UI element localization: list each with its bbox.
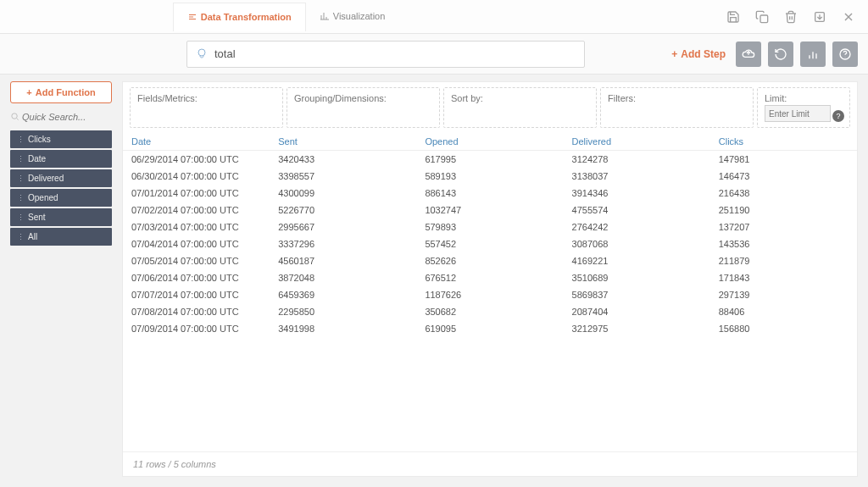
svg-point-4 [198, 49, 205, 56]
cell-opened: 1032747 [416, 202, 563, 219]
col-header-opened[interactable]: Opened [416, 133, 563, 151]
cell-opened: 886143 [416, 185, 563, 202]
drop-zones: Fields/Metrics: Grouping/Dimensions: Sor… [123, 82, 857, 133]
table-header-row: DateSentOpenedDeliveredClicks [123, 133, 857, 151]
metric-clicks[interactable]: ⋮Clicks [10, 130, 112, 148]
cell-opened: 350682 [416, 303, 563, 320]
metric-delivered[interactable]: ⋮Delivered [10, 169, 112, 187]
table-row[interactable]: 07/04/2014 07:00:00 UTC33372965574523087… [123, 235, 857, 252]
trash-icon[interactable] [782, 8, 800, 26]
table-row[interactable]: 07/07/2014 07:00:00 UTC64593691187626586… [123, 286, 857, 303]
cell-opened: 852626 [416, 252, 563, 269]
cell-date: 07/09/2014 07:00:00 UTC [123, 320, 270, 337]
tab-visualization[interactable]: Visualization [306, 3, 399, 31]
cell-sent: 3872048 [270, 269, 416, 286]
table-body: 06/29/2014 07:00:00 UTC34204336179953124… [123, 151, 857, 338]
save-icon[interactable] [724, 8, 743, 26]
cell-opened: 617995 [416, 151, 563, 169]
zone-limit: Limit: ? [757, 87, 850, 128]
col-header-date[interactable]: Date [123, 133, 270, 151]
cell-sent: 5226770 [270, 202, 416, 219]
cell-delivered: 3124278 [564, 151, 710, 169]
drag-handle-icon: ⋮ [17, 155, 25, 163]
analytics-button[interactable] [800, 42, 826, 67]
metric-list: ⋮Clicks⋮Date⋮Delivered⋮Opened⋮Sent⋮All [10, 130, 112, 246]
add-function-button[interactable]: + Add Function [10, 81, 112, 103]
limit-input[interactable] [765, 105, 831, 122]
step-search-box[interactable] [186, 41, 585, 68]
add-step-label: Add Step [681, 48, 726, 60]
cell-clicks: 146473 [710, 168, 857, 185]
close-icon[interactable] [839, 8, 858, 26]
cell-delivered: 2764242 [564, 219, 710, 235]
copy-icon[interactable] [753, 8, 771, 26]
quick-search-wrap [10, 108, 112, 125]
cell-date: 07/04/2014 07:00:00 UTC [123, 235, 270, 252]
cell-clicks: 88406 [710, 303, 857, 320]
step-row: + Add Step [0, 34, 868, 75]
help-button[interactable] [832, 42, 858, 67]
quick-search-input[interactable] [10, 108, 112, 125]
export-icon[interactable] [810, 8, 829, 26]
metric-label: All [28, 232, 37, 241]
chart-icon [320, 11, 330, 21]
table-row[interactable]: 06/29/2014 07:00:00 UTC34204336179953124… [123, 151, 857, 169]
cell-opened: 676512 [416, 269, 563, 286]
metric-sent[interactable]: ⋮Sent [10, 208, 112, 226]
zone-sort[interactable]: Sort by: [443, 87, 597, 128]
metric-opened[interactable]: ⋮Opened [10, 189, 112, 207]
cloud-upload-button[interactable] [736, 42, 761, 67]
cell-delivered: 3914346 [564, 185, 710, 202]
cell-sent: 3398557 [270, 168, 416, 185]
table-row[interactable]: 06/30/2014 07:00:00 UTC33985575891933138… [123, 168, 857, 185]
zone-label: Sort by: [451, 93, 589, 103]
table-row[interactable]: 07/06/2014 07:00:00 UTC38720486765123510… [123, 269, 857, 286]
cell-sent: 3491998 [270, 320, 416, 337]
data-table: DateSentOpenedDeliveredClicks 06/29/2014… [123, 133, 857, 337]
zone-fields[interactable]: Fields/Metrics: [130, 87, 283, 128]
metric-date[interactable]: ⋮Date [10, 150, 112, 168]
cell-opened: 589193 [416, 168, 563, 185]
svg-line-11 [17, 119, 19, 120]
zone-label: Limit: [765, 93, 843, 103]
table-row[interactable]: 07/01/2014 07:00:00 UTC43000998861433914… [123, 185, 857, 202]
limit-help-icon[interactable]: ? [832, 110, 844, 122]
metric-label: Opened [28, 193, 58, 202]
zone-label: Fields/Metrics: [137, 93, 275, 103]
zone-grouping[interactable]: Grouping/Dimensions: [287, 87, 440, 128]
svg-point-10 [12, 113, 17, 119]
cell-delivered: 2087404 [564, 303, 710, 320]
table-row[interactable]: 07/02/2014 07:00:00 UTC52267701032747475… [123, 202, 857, 219]
plus-icon: + [26, 87, 31, 97]
drag-handle-icon: ⋮ [17, 174, 25, 183]
col-header-clicks[interactable]: Clicks [710, 133, 857, 151]
cell-clicks: 297139 [710, 286, 857, 303]
cell-clicks: 251190 [710, 202, 857, 219]
topbar-actions [724, 8, 858, 26]
svg-rect-0 [760, 15, 768, 23]
tab-label: Visualization [333, 11, 386, 21]
zone-filters[interactable]: Filters: [600, 87, 754, 128]
metric-all[interactable]: ⋮All [10, 228, 112, 246]
table-row[interactable]: 07/09/2014 07:00:00 UTC34919986190953212… [123, 320, 857, 337]
metric-label: Date [28, 154, 46, 163]
col-header-delivered[interactable]: Delivered [564, 133, 710, 151]
tab-label: Data Transformation [201, 12, 292, 22]
cell-clicks: 171843 [710, 269, 857, 286]
step-right-actions: + Add Step [671, 42, 858, 67]
col-header-sent[interactable]: Sent [270, 133, 416, 151]
drag-handle-icon: ⋮ [17, 233, 25, 241]
step-function-input[interactable] [214, 47, 577, 60]
table-row[interactable]: 07/03/2014 07:00:00 UTC29956675798932764… [123, 219, 857, 235]
drag-handle-icon: ⋮ [17, 136, 25, 144]
add-step-button[interactable]: + Add Step [671, 48, 726, 60]
tab-data-transformation[interactable]: Data Transformation [173, 3, 306, 31]
cell-date: 07/05/2014 07:00:00 UTC [123, 252, 270, 269]
table-row[interactable]: 07/05/2014 07:00:00 UTC45601878526264169… [123, 252, 857, 269]
add-function-label: Add Function [36, 87, 96, 97]
tab-bar: Data Transformation Visualization [173, 3, 399, 31]
cell-delivered: 3212975 [564, 320, 710, 337]
table-row[interactable]: 07/08/2014 07:00:00 UTC22958503506822087… [123, 303, 857, 320]
cell-delivered: 4755574 [564, 202, 710, 219]
refresh-button[interactable] [768, 42, 793, 67]
